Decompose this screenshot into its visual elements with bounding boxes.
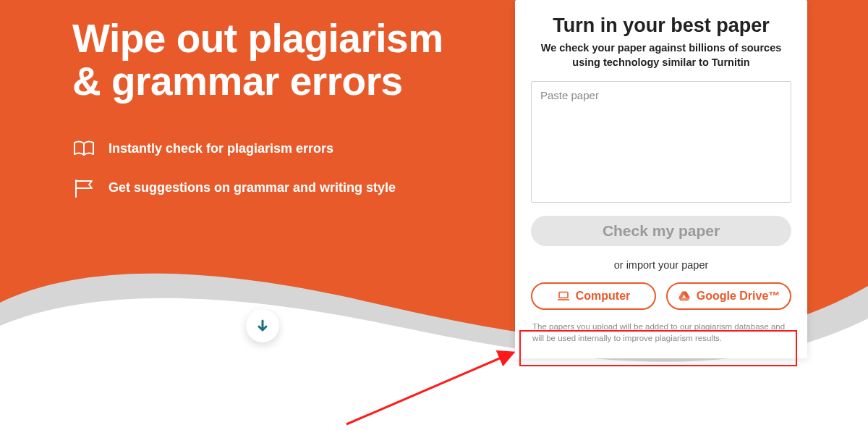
or-import-label: or import your paper [531,259,791,271]
import-gdrive-label: Google Drive™ [697,290,780,303]
panel-title: Turn in your best paper [531,14,791,37]
import-buttons-row: Computer Google Drive™ [531,282,791,310]
upload-disclaimer: The papers you upload will be added to o… [531,320,791,347]
import-computer-label: Computer [576,290,631,303]
svg-rect-2 [559,292,568,298]
checker-panel: Turn in your best paper We check your pa… [515,0,807,358]
book-open-icon [72,138,95,161]
import-computer-button[interactable]: Computer [531,282,656,310]
hero-left-column: Wipe out plagiarism & grammar errors Ins… [72,17,477,216]
hero-bullets: Instantly check for plagiarism errors Ge… [72,138,477,200]
hero-bullet-text: Get suggestions on grammar and writing s… [109,180,396,195]
import-gdrive-button[interactable]: Google Drive™ [666,282,791,310]
check-my-paper-button[interactable]: Check my paper [531,216,791,246]
hero-section: Wipe out plagiarism & grammar errors Ins… [0,0,868,438]
paste-paper-textarea[interactable] [531,81,791,203]
panel-subtitle: We check your paper against billions of … [531,41,791,70]
laptop-icon [557,291,570,301]
hero-bullet: Instantly check for plagiarism errors [72,138,477,161]
flag-icon [72,177,95,200]
hero-bullet: Get suggestions on grammar and writing s… [72,177,477,200]
google-drive-icon [678,291,691,301]
hero-bullet-text: Instantly check for plagiarism errors [109,141,333,156]
scroll-down-button[interactable] [246,309,279,342]
arrow-down-icon [255,319,270,333]
hero-headline: Wipe out plagiarism & grammar errors [72,17,477,103]
